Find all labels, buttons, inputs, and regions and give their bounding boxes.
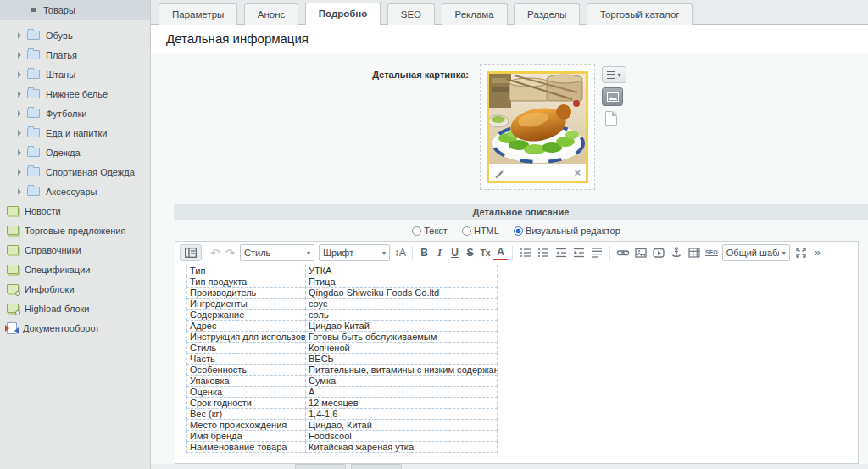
template-select[interactable]: Общий шабл... ▾ bbox=[722, 244, 790, 261]
sidebar-item-news[interactable]: Новости bbox=[0, 201, 150, 221]
insert-image-button[interactable] bbox=[632, 243, 649, 262]
link-button[interactable] bbox=[615, 243, 632, 262]
expand-arrow-icon[interactable] bbox=[18, 71, 21, 78]
bottom-button-stub[interactable] bbox=[351, 464, 402, 469]
property-value-cell[interactable]: Питательные, витамины с низким содержани… bbox=[305, 364, 498, 376]
property-name-cell[interactable]: Тип продукта bbox=[186, 276, 306, 288]
expand-arrow-icon[interactable] bbox=[18, 169, 21, 176]
mode-html-radio[interactable]: HTML bbox=[462, 226, 499, 236]
seo-button[interactable]: SEO bbox=[704, 243, 720, 262]
tab-seo[interactable]: SEO bbox=[387, 3, 435, 25]
image-mode-button[interactable] bbox=[602, 87, 623, 106]
property-name-cell[interactable]: Имя бренда bbox=[186, 430, 306, 442]
tab-trade-catalog[interactable]: Торговый каталог bbox=[587, 3, 693, 25]
redo-button[interactable]: ↷ bbox=[223, 243, 237, 262]
sidebar-folder-pants[interactable]: Штаны bbox=[0, 64, 150, 84]
sidebar-folder-shoes[interactable]: Обувь bbox=[0, 25, 150, 45]
property-name-cell[interactable]: Ингредиенты bbox=[186, 298, 306, 310]
sidebar-item-infoblocks[interactable]: Инфоблоки bbox=[0, 279, 150, 299]
sidebar-folder-clothes[interactable]: Одежда bbox=[0, 142, 150, 162]
underline-button[interactable]: U bbox=[448, 243, 462, 262]
ordered-list-button[interactable] bbox=[517, 243, 534, 262]
style-select[interactable]: Стиль ▾ bbox=[240, 244, 314, 261]
property-value-cell[interactable]: A bbox=[305, 386, 498, 398]
tab-ads[interactable]: Реклама bbox=[442, 3, 508, 25]
property-name-cell[interactable]: Срок годности bbox=[186, 397, 306, 409]
indent-button[interactable] bbox=[570, 243, 587, 262]
property-value-cell[interactable]: Копченой bbox=[305, 342, 498, 354]
property-value-cell[interactable]: Китайская жареная утка bbox=[305, 441, 498, 453]
expand-arrow-icon[interactable] bbox=[18, 130, 21, 137]
font-size-button[interactable]: ↕A bbox=[392, 243, 408, 262]
property-name-cell[interactable]: Вес (кг) bbox=[186, 408, 306, 420]
undo-button[interactable]: ↶ bbox=[208, 243, 222, 262]
tab-parameters[interactable]: Параметры bbox=[159, 3, 237, 25]
remove-image-icon[interactable]: × bbox=[574, 167, 581, 178]
property-name-cell[interactable]: Упаковка bbox=[186, 375, 306, 387]
property-value-cell[interactable]: соус bbox=[305, 298, 498, 310]
expand-arrow-icon[interactable] bbox=[18, 149, 21, 156]
more-tools-button[interactable]: » bbox=[810, 243, 825, 262]
tab-sections[interactable]: Разделы bbox=[514, 3, 580, 25]
mode-visual-radio[interactable]: Визуальный редактор bbox=[514, 226, 620, 236]
property-value-cell[interactable]: Сумка bbox=[305, 375, 498, 387]
editor-body[interactable]: Тип УТКА Тип продукта Птица Производител… bbox=[175, 264, 858, 463]
property-value-cell[interactable]: Foodscool bbox=[305, 430, 498, 442]
property-name-cell[interactable]: Адрес bbox=[186, 320, 306, 332]
property-value-cell[interactable]: Qingdao Shiweiku Foods Co.ltd bbox=[305, 287, 498, 299]
sidebar-folder-dresses[interactable]: Платья bbox=[0, 45, 150, 64]
expand-arrow-icon[interactable] bbox=[18, 32, 21, 39]
expand-arrow-icon[interactable] bbox=[18, 52, 21, 59]
expand-arrow-icon[interactable] bbox=[18, 188, 21, 195]
unordered-list-button[interactable] bbox=[535, 243, 552, 262]
font-select[interactable]: Шрифт ▾ bbox=[319, 244, 390, 261]
tab-announce[interactable]: Анонс bbox=[244, 3, 299, 25]
sidebar-folder-tshirts[interactable]: Футболки bbox=[0, 103, 150, 123]
sidebar-folder-underwear[interactable]: Нижнее белье bbox=[0, 84, 150, 103]
property-value-cell[interactable]: Готовы быть обслуживаемым bbox=[305, 331, 498, 343]
sidebar-folder-sportswear[interactable]: Спортивная Одежда bbox=[0, 162, 150, 181]
property-value-cell[interactable]: 1,4-1,6 bbox=[305, 408, 498, 420]
panel-toggle-button[interactable] bbox=[180, 244, 202, 261]
insert-video-button[interactable] bbox=[650, 243, 667, 262]
image-menu-button[interactable]: ▾ bbox=[602, 66, 626, 83]
property-name-cell[interactable]: Содержание bbox=[186, 309, 306, 321]
anchor-button[interactable] bbox=[668, 243, 685, 262]
property-value-cell[interactable]: Циндао Китай bbox=[305, 320, 498, 332]
sidebar-item-trade-offers[interactable]: Торговые предложения bbox=[0, 221, 150, 240]
bold-button[interactable]: B bbox=[417, 243, 431, 262]
tab-detail[interactable]: Подробно bbox=[305, 3, 381, 25]
property-name-cell[interactable]: Оценка bbox=[186, 386, 306, 398]
mode-text-radio[interactable]: Текст bbox=[412, 226, 448, 236]
property-value-cell[interactable]: Циндао, Китай bbox=[305, 419, 498, 431]
expand-arrow-icon[interactable] bbox=[18, 91, 21, 98]
property-name-cell[interactable]: Место происхождения bbox=[186, 419, 306, 431]
property-value-cell[interactable]: ВЕСЬ bbox=[305, 353, 498, 365]
property-value-cell[interactable]: соль bbox=[305, 309, 498, 321]
sidebar-item-products[interactable]: Товары bbox=[0, 0, 150, 20]
detail-picture-dropzone[interactable]: × bbox=[480, 64, 595, 190]
sidebar-item-references[interactable]: Справочники bbox=[0, 240, 150, 260]
edit-image-icon[interactable] bbox=[494, 167, 505, 178]
property-value-cell[interactable]: 12 месяцев bbox=[305, 397, 498, 409]
property-name-cell[interactable]: Особенность bbox=[186, 364, 306, 376]
fullscreen-button[interactable] bbox=[793, 243, 810, 262]
property-name-cell[interactable]: Часть bbox=[186, 353, 306, 365]
sidebar-item-docflow[interactable]: Документооборот bbox=[0, 318, 150, 338]
text-color-button[interactable]: A bbox=[493, 245, 508, 260]
outdent-button[interactable] bbox=[553, 243, 570, 262]
property-name-cell[interactable]: Тип bbox=[186, 265, 306, 276]
property-name-cell[interactable]: Производитель bbox=[186, 287, 306, 299]
bottom-button-stub[interactable] bbox=[295, 464, 346, 469]
strikethrough-button[interactable]: S bbox=[463, 243, 477, 262]
align-button[interactable] bbox=[588, 243, 605, 262]
property-value-cell[interactable]: УТКА bbox=[305, 265, 498, 276]
expand-arrow-icon[interactable] bbox=[18, 110, 21, 117]
insert-table-button[interactable] bbox=[686, 243, 703, 262]
clear-format-button[interactable]: Tx bbox=[478, 243, 492, 262]
property-name-cell[interactable]: Наименование товара bbox=[186, 441, 306, 453]
sidebar-folder-accessories[interactable]: Аксессуары bbox=[0, 181, 150, 201]
italic-button[interactable]: I bbox=[432, 243, 447, 262]
property-value-cell[interactable]: Птица bbox=[305, 276, 498, 288]
sidebar-item-specifications[interactable]: Спецификации bbox=[0, 260, 150, 279]
